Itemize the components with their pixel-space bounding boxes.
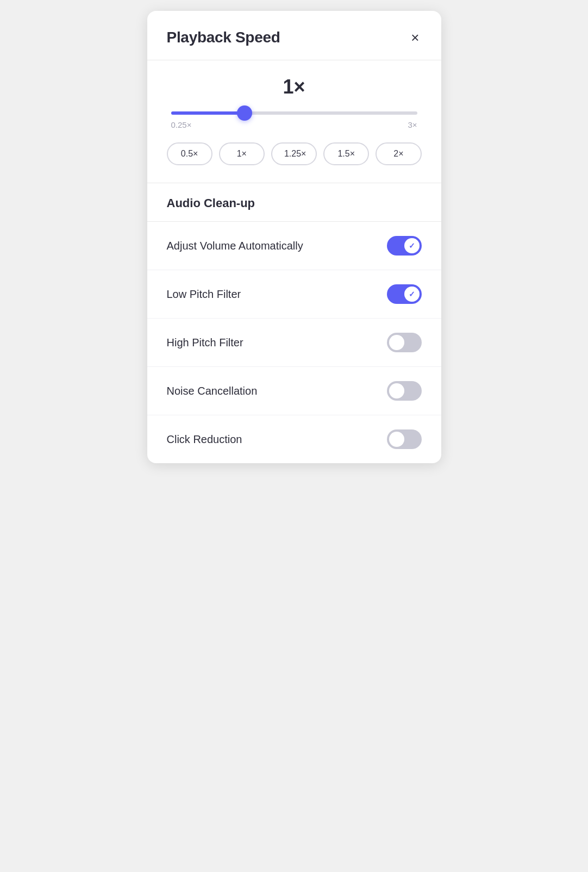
audio-cleanup-header: Audio Clean-up [147, 183, 441, 222]
toggle-label-low-pitch: Low Pitch Filter [167, 288, 241, 301]
preset-btn-preset-2[interactable]: 2× [376, 142, 421, 165]
speed-section: 1× 0.25× 3× 0.5×1×1.25×1.5×2× [147, 60, 441, 183]
speed-presets: 0.5×1×1.25×1.5×2× [167, 142, 422, 165]
toggle-track-adjust-volume: ✓ [387, 236, 422, 256]
toggle-track-low-pitch: ✓ [387, 284, 422, 304]
slider-thumb[interactable] [237, 105, 252, 121]
slider-track [171, 111, 417, 115]
close-button[interactable]: × [409, 28, 421, 47]
speed-slider-container[interactable] [167, 111, 422, 115]
toggle-label-click-reduction: Click Reduction [167, 433, 242, 446]
toggle-switch-high-pitch[interactable] [387, 333, 422, 352]
toggle-row-low-pitch: Low Pitch Filter✓ [147, 270, 441, 319]
toggle-checkmark-low-pitch: ✓ [409, 290, 415, 298]
modal-title: Playback Speed [167, 29, 280, 46]
toggle-knob-noise-cancellation [389, 383, 404, 398]
slider-fill [171, 111, 245, 115]
preset-btn-preset-1[interactable]: 1× [219, 142, 265, 165]
toggle-track-high-pitch [387, 333, 422, 352]
toggle-label-adjust-volume: Adjust Volume Automatically [167, 240, 303, 252]
toggle-switch-click-reduction[interactable] [387, 429, 422, 449]
preset-btn-preset-1-5[interactable]: 1.5× [323, 142, 369, 165]
toggle-switch-adjust-volume[interactable]: ✓ [387, 236, 422, 256]
toggle-knob-high-pitch [389, 335, 404, 350]
slider-max-label: 3× [408, 120, 417, 129]
toggle-label-high-pitch: High Pitch Filter [167, 337, 243, 349]
toggle-checkmark-adjust-volume: ✓ [409, 241, 415, 250]
toggle-knob-low-pitch: ✓ [404, 286, 420, 302]
toggle-label-noise-cancellation: Noise Cancellation [167, 385, 258, 397]
toggle-knob-click-reduction [389, 432, 404, 447]
toggle-knob-adjust-volume: ✓ [404, 238, 420, 253]
speed-current-value: 1× [167, 76, 422, 98]
preset-btn-preset-1-25[interactable]: 1.25× [271, 142, 317, 165]
toggle-row-click-reduction: Click Reduction [147, 415, 441, 463]
toggle-switch-noise-cancellation[interactable] [387, 381, 422, 401]
toggle-row-noise-cancellation: Noise Cancellation [147, 367, 441, 415]
audio-cleanup-title: Audio Clean-up [167, 196, 255, 210]
preset-btn-preset-0-5[interactable]: 0.5× [167, 142, 212, 165]
toggle-rows: Adjust Volume Automatically✓Low Pitch Fi… [147, 222, 441, 463]
playback-speed-modal: Playback Speed × 1× 0.25× 3× 0.5×1×1.25×… [147, 11, 441, 463]
toggle-row-adjust-volume: Adjust Volume Automatically✓ [147, 222, 441, 270]
toggle-track-click-reduction [387, 429, 422, 449]
modal-header: Playback Speed × [147, 11, 441, 60]
toggle-track-noise-cancellation [387, 381, 422, 401]
slider-labels: 0.25× 3× [167, 120, 422, 129]
toggle-row-high-pitch: High Pitch Filter [147, 319, 441, 367]
slider-min-label: 0.25× [171, 120, 192, 129]
toggle-switch-low-pitch[interactable]: ✓ [387, 284, 422, 304]
